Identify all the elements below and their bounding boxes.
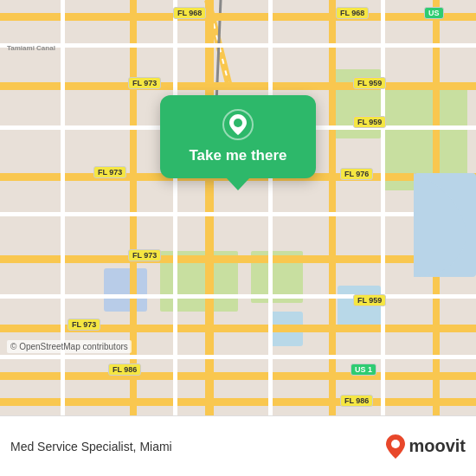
svg-rect-26 <box>0 355 476 359</box>
svg-rect-10 <box>205 0 214 415</box>
bottom-bar: Med Service Specialist, Miami moovit <box>0 415 476 476</box>
svg-rect-28 <box>173 0 177 415</box>
moovit-pin-icon <box>386 434 405 459</box>
svg-rect-29 <box>268 0 273 415</box>
road-label-us1: US 1 <box>351 363 376 376</box>
svg-rect-15 <box>0 13 476 21</box>
road-label-us-top: US <box>424 7 444 19</box>
map-view[interactable]: FL 968 FL 968 US FL 973 FL 959 FL 959 FL… <box>0 0 476 415</box>
svg-rect-5 <box>338 286 381 329</box>
svg-rect-11 <box>130 0 137 415</box>
svg-rect-12 <box>329 0 336 415</box>
road-label-fl959-3: FL 959 <box>353 294 386 306</box>
road-label-fl968-1: FL 968 <box>173 7 206 19</box>
road-label-fl973-4: FL 973 <box>68 318 100 331</box>
road-label-fl973-1: FL 973 <box>128 77 161 89</box>
svg-rect-20 <box>0 372 476 380</box>
svg-rect-30 <box>381 0 385 415</box>
popup-label: Take me there <box>189 147 286 164</box>
svg-rect-18 <box>0 255 476 263</box>
svg-rect-21 <box>0 398 476 406</box>
svg-rect-16 <box>0 82 476 90</box>
road-label-fl986-2: FL 986 <box>340 395 373 407</box>
svg-rect-27 <box>61 0 65 415</box>
road-label-fl986: FL 986 <box>108 363 141 376</box>
location-title: Med Service Specialist, Miami <box>10 440 172 453</box>
road-label-fl968-2: FL 968 <box>336 7 369 19</box>
road-label-fl959-1: FL 959 <box>353 77 386 89</box>
road-label-fl973-3: FL 973 <box>128 249 161 261</box>
road-label-fl959-2: FL 959 <box>353 116 386 128</box>
moovit-logo: moovit <box>386 434 466 459</box>
location-pin-icon <box>222 109 254 140</box>
svg-rect-22 <box>0 43 476 48</box>
road-label-fl976: FL 976 <box>340 168 373 180</box>
moovit-brand-text: moovit <box>408 436 466 456</box>
svg-rect-0 <box>0 0 476 415</box>
road-label-fl973-2: FL 973 <box>93 166 126 178</box>
location-popup[interactable]: Take me there <box>160 95 316 178</box>
svg-rect-25 <box>0 294 476 299</box>
svg-rect-24 <box>0 212 476 216</box>
svg-point-33 <box>234 119 242 127</box>
map-label-tamiami: Tamiami Canal <box>3 43 59 53</box>
svg-rect-7 <box>104 268 147 312</box>
svg-point-34 <box>391 440 400 448</box>
osm-attribution: © OpenStreetMap contributors <box>7 340 132 353</box>
